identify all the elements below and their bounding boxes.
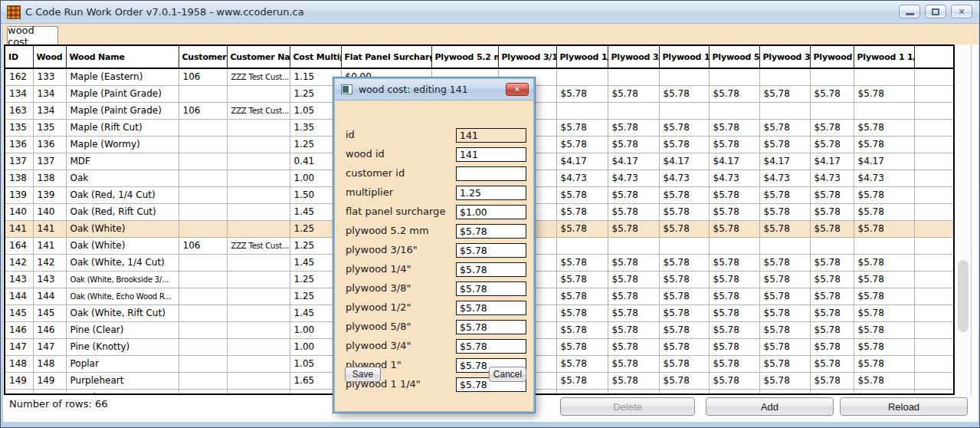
table-cell[interactable] bbox=[914, 305, 953, 321]
table-cell[interactable]: $5.78 bbox=[709, 271, 759, 288]
column-header[interactable]: ID bbox=[5, 46, 33, 68]
table-cell[interactable]: $5.78 bbox=[759, 389, 810, 395]
table-cell[interactable]: $5.78 bbox=[608, 355, 659, 372]
table-cell[interactable]: $5.78 bbox=[759, 372, 810, 389]
table-cell[interactable]: $5.78 bbox=[759, 338, 810, 355]
table-cell[interactable] bbox=[709, 237, 759, 254]
table-cell[interactable]: 144 bbox=[33, 288, 66, 305]
table-cell[interactable]: $5.78 bbox=[854, 220, 914, 237]
table-cell[interactable]: $5.78 bbox=[556, 203, 608, 220]
table-cell[interactable]: 138 bbox=[5, 170, 33, 186]
table-cell[interactable] bbox=[914, 338, 953, 355]
table-cell[interactable]: $5.78 bbox=[810, 220, 854, 237]
table-cell[interactable] bbox=[914, 102, 953, 119]
column-header[interactable]: Plywood 3/8" bbox=[608, 46, 659, 68]
table-cell[interactable]: $5.78 bbox=[556, 85, 608, 102]
table-cell[interactable] bbox=[179, 338, 227, 355]
table-cell[interactable] bbox=[914, 389, 953, 395]
field-input-plywood-3-8[interactable] bbox=[456, 281, 526, 296]
table-cell[interactable]: $5.78 bbox=[709, 186, 759, 203]
table-cell[interactable]: 106 bbox=[179, 68, 227, 85]
table-cell[interactable] bbox=[914, 254, 953, 271]
table-cell[interactable] bbox=[659, 237, 709, 254]
table-cell[interactable] bbox=[914, 203, 953, 220]
window-close-button[interactable]: ✕ bbox=[951, 5, 972, 18]
table-cell[interactable]: $5.78 bbox=[810, 119, 854, 136]
table-cell[interactable]: $5.78 bbox=[709, 254, 759, 271]
table-cell[interactable]: 150 bbox=[5, 389, 33, 395]
table-cell[interactable]: $5.78 bbox=[556, 305, 608, 321]
table-cell[interactable]: $5.78 bbox=[659, 119, 709, 136]
field-input-plywood-3-4[interactable] bbox=[456, 339, 526, 354]
table-cell[interactable]: $5.78 bbox=[810, 85, 854, 102]
table-cell[interactable] bbox=[709, 68, 759, 85]
table-cell[interactable]: $5.78 bbox=[854, 254, 914, 271]
table-cell[interactable]: $5.78 bbox=[608, 254, 659, 271]
table-cell[interactable]: $5.78 bbox=[759, 305, 810, 321]
table-cell[interactable]: 141 bbox=[33, 237, 66, 254]
table-cell[interactable] bbox=[227, 153, 290, 170]
table-cell[interactable]: $5.78 bbox=[709, 136, 759, 153]
table-cell[interactable] bbox=[810, 68, 854, 85]
field-input-customer-id[interactable] bbox=[456, 166, 526, 181]
table-cell[interactable] bbox=[179, 254, 227, 271]
table-cell[interactable]: 136 bbox=[5, 136, 33, 153]
table-cell[interactable]: $5.78 bbox=[556, 338, 608, 355]
table-cell[interactable]: $5.78 bbox=[659, 321, 709, 338]
field-input-plywood-5-8[interactable] bbox=[456, 320, 526, 334]
table-cell[interactable]: Maple (Wormy) bbox=[66, 136, 179, 153]
table-cell[interactable]: Oak (White, 1/4 Cut) bbox=[66, 254, 179, 271]
table-cell[interactable]: $5.78 bbox=[810, 389, 854, 395]
table-cell[interactable]: Maple (Rift Cut) bbox=[66, 119, 179, 136]
table-cell[interactable] bbox=[914, 170, 953, 186]
table-cell[interactable] bbox=[179, 153, 227, 170]
table-cell[interactable]: 143 bbox=[33, 271, 66, 288]
table-cell[interactable] bbox=[914, 136, 953, 153]
column-header[interactable]: Cost Multiplier bbox=[290, 46, 341, 68]
table-cell[interactable]: $5.78 bbox=[759, 186, 810, 203]
vertical-scrollbar[interactable] bbox=[955, 44, 972, 395]
table-cell[interactable]: $5.78 bbox=[759, 321, 810, 338]
cancel-button[interactable]: Cancel bbox=[489, 367, 526, 382]
save-button[interactable]: Save bbox=[345, 367, 381, 382]
table-cell[interactable]: Oak bbox=[66, 170, 179, 186]
table-cell[interactable]: $5.78 bbox=[556, 186, 608, 203]
table-cell[interactable]: 139 bbox=[33, 186, 66, 203]
minimize-button[interactable] bbox=[899, 5, 920, 18]
table-cell[interactable]: $4.17 bbox=[854, 153, 914, 170]
table-cell[interactable]: $5.78 bbox=[556, 372, 608, 389]
table-cell[interactable]: ZZZ Test Cust... bbox=[227, 102, 290, 119]
reload-button[interactable]: Reload bbox=[840, 397, 968, 416]
table-cell[interactable]: $5.78 bbox=[659, 203, 709, 220]
table-cell[interactable]: $5.78 bbox=[709, 203, 759, 220]
table-cell[interactable]: $5.78 bbox=[759, 288, 810, 305]
table-cell[interactable] bbox=[556, 102, 608, 119]
table-cell[interactable]: 163 bbox=[5, 102, 33, 119]
table-cell[interactable]: $5.78 bbox=[759, 254, 810, 271]
table-cell[interactable]: Maple (Paint Grade) bbox=[66, 102, 179, 119]
table-cell[interactable] bbox=[227, 254, 290, 271]
table-cell[interactable]: $5.78 bbox=[659, 288, 709, 305]
table-cell[interactable]: $5.78 bbox=[659, 186, 709, 203]
table-cell[interactable]: $4.73 bbox=[659, 170, 709, 186]
table-cell[interactable]: 138 bbox=[33, 170, 66, 186]
table-cell[interactable]: $5.78 bbox=[608, 389, 659, 395]
table-cell[interactable]: $5.78 bbox=[854, 271, 914, 288]
table-cell[interactable]: 135 bbox=[5, 119, 33, 136]
field-input-id[interactable] bbox=[456, 128, 526, 143]
table-cell[interactable]: $5.78 bbox=[556, 254, 608, 271]
table-cell[interactable] bbox=[759, 237, 810, 254]
table-cell[interactable] bbox=[810, 237, 854, 254]
table-cell[interactable] bbox=[179, 170, 227, 186]
table-cell[interactable]: $5.78 bbox=[608, 372, 659, 389]
table-cell[interactable] bbox=[227, 271, 290, 288]
table-cell[interactable] bbox=[914, 288, 953, 305]
table-cell[interactable]: $5.78 bbox=[608, 305, 659, 321]
table-cell[interactable]: 145 bbox=[33, 305, 66, 321]
table-cell[interactable] bbox=[759, 68, 810, 85]
table-cell[interactable] bbox=[227, 119, 290, 136]
table-cell[interactable] bbox=[227, 338, 290, 355]
table-cell[interactable]: 134 bbox=[33, 85, 66, 102]
column-header[interactable]: Plywood 3/16" bbox=[498, 46, 556, 68]
table-cell[interactable]: $5.78 bbox=[556, 271, 608, 288]
